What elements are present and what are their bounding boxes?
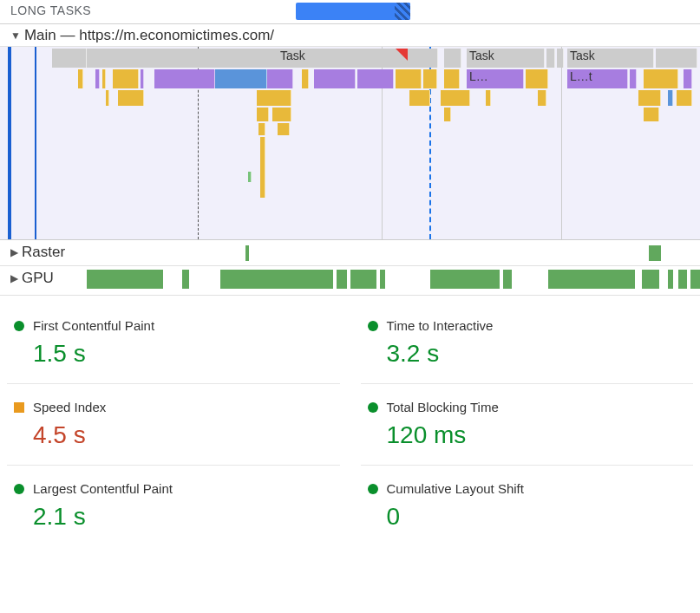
script-bar[interactable] (302, 69, 309, 88)
metric-si[interactable]: Speed Index 4.5 s (7, 384, 340, 466)
layout-bar[interactable] (267, 69, 293, 88)
gpu-header[interactable]: ▶ GPU (10, 270, 57, 287)
flame-bar[interactable] (668, 90, 673, 106)
flame-bar[interactable] (644, 108, 659, 121)
gpu-bar[interactable] (337, 270, 347, 289)
gpu-bar[interactable] (380, 270, 385, 289)
metric-value: 1.5 s (14, 340, 337, 368)
gpu-bar[interactable] (678, 270, 687, 289)
gpu-bar[interactable] (350, 270, 376, 289)
task-bar[interactable] (546, 49, 555, 68)
metric-value: 0 (368, 503, 690, 531)
status-good-icon (368, 402, 378, 413)
flame-bar[interactable] (106, 90, 109, 106)
metric-label: Largest Contentful Paint (33, 481, 173, 496)
gpu-bar[interactable] (503, 270, 512, 289)
flame-bar[interactable] (257, 90, 291, 106)
status-good-icon (14, 321, 24, 331)
status-good-icon (368, 321, 378, 331)
layout-bar[interactable]: L…t (567, 69, 628, 88)
script-bar[interactable] (644, 69, 678, 88)
metric-fcp[interactable]: First Contentful Paint 1.5 s (7, 303, 340, 384)
script-bar[interactable] (102, 69, 106, 88)
flame-bar[interactable] (278, 123, 290, 135)
script-bar[interactable] (113, 69, 139, 88)
flame-bar[interactable] (677, 90, 692, 106)
status-average-icon (14, 402, 24, 413)
flame-bar[interactable] (638, 90, 661, 106)
gpu-bar[interactable] (76, 270, 163, 289)
gpu-bar[interactable] (220, 270, 333, 289)
task-bar[interactable] (52, 49, 87, 68)
gpu-bar[interactable] (668, 270, 673, 289)
task-bar[interactable] (557, 49, 564, 68)
task-bar[interactable]: Task (278, 49, 438, 68)
metric-label: Total Blocking Time (387, 400, 499, 414)
main-thread-flamechart[interactable]: Task Task Task (0, 47, 700, 239)
raster-bar[interactable] (245, 245, 249, 261)
long-task-flag-icon (396, 49, 408, 61)
gpu-bar[interactable] (642, 270, 659, 289)
layout-bar[interactable] (95, 69, 100, 88)
script-bar[interactable] (526, 69, 548, 88)
flame-bar[interactable] (538, 90, 546, 106)
layout-bar[interactable] (684, 69, 692, 88)
main-thread-header[interactable]: ▼ Main — https://m.economictimes.com/ (0, 24, 700, 47)
status-good-icon (14, 484, 24, 494)
chevron-right-icon[interactable]: ▶ (10, 272, 18, 284)
metric-lcp[interactable]: Largest Contentful Paint 2.1 s (7, 466, 340, 546)
status-good-icon (368, 484, 378, 494)
metric-cls[interactable]: Cumulative Layout Shift 0 (361, 466, 694, 546)
flame-bar[interactable] (272, 108, 291, 121)
long-tasks-track[interactable]: LONG TASKS (0, 0, 700, 24)
layout-bar[interactable] (630, 69, 637, 88)
main-thread-title: Main — https://m.economictimes.com/ (24, 27, 274, 44)
metric-value: 3.2 s (368, 340, 690, 368)
gpu-bar[interactable] (182, 270, 189, 289)
metric-label: Time to Interactive (387, 318, 494, 333)
gpu-bar[interactable] (690, 270, 700, 289)
metric-label: First Contentful Paint (33, 318, 154, 333)
task-bar[interactable]: Task (467, 49, 545, 68)
script-bar[interactable] (423, 69, 437, 88)
flame-bar[interactable] (248, 172, 252, 182)
gpu-track[interactable]: ▶ GPU (0, 266, 700, 296)
script-bar[interactable] (396, 69, 422, 88)
flame-bar[interactable] (258, 123, 265, 135)
metric-tbt[interactable]: Total Blocking Time 120 ms (361, 384, 694, 466)
raster-track[interactable]: ▶ Raster (0, 240, 700, 266)
layout-bar[interactable]: L… (467, 69, 524, 88)
chevron-down-icon[interactable]: ▼ (10, 29, 21, 42)
metric-tti[interactable]: Time to Interactive 3.2 s (361, 303, 694, 384)
flame-bar[interactable] (118, 90, 144, 106)
task-bar[interactable] (87, 49, 295, 68)
raster-header[interactable]: ▶ Raster (10, 244, 69, 261)
gpu-bar[interactable] (548, 270, 635, 289)
flame-bar[interactable] (260, 137, 265, 198)
raster-label: Raster (22, 244, 65, 261)
chevron-right-icon[interactable]: ▶ (10, 246, 18, 258)
layout-bar[interactable] (314, 69, 356, 88)
task-bar[interactable]: Task (567, 49, 654, 68)
layout-bar[interactable] (357, 69, 394, 88)
flame-bar[interactable] (257, 108, 269, 121)
flame-bar[interactable] (441, 90, 470, 106)
script-bar[interactable] (444, 69, 460, 88)
main-thread-section: ▼ Main — https://m.economictimes.com/ Ta… (0, 24, 700, 240)
layout-bar[interactable] (154, 69, 215, 88)
long-tasks-label: LONG TASKS (10, 3, 91, 17)
script-bar[interactable] (215, 69, 267, 88)
metric-value: 120 ms (368, 421, 690, 449)
raster-bar[interactable] (649, 245, 661, 261)
flame-bar[interactable] (486, 90, 491, 106)
script-bar[interactable] (78, 69, 83, 88)
flame-bar[interactable] (444, 108, 451, 121)
long-task-bar[interactable] (296, 3, 410, 20)
gpu-bar[interactable] (430, 270, 500, 289)
flame-bar[interactable] (409, 90, 430, 106)
layout-bar[interactable] (141, 69, 144, 88)
task-bar[interactable] (444, 49, 461, 68)
task-bar[interactable] (656, 49, 697, 68)
metric-value: 4.5 s (14, 421, 337, 449)
gpu-label: GPU (22, 270, 54, 287)
